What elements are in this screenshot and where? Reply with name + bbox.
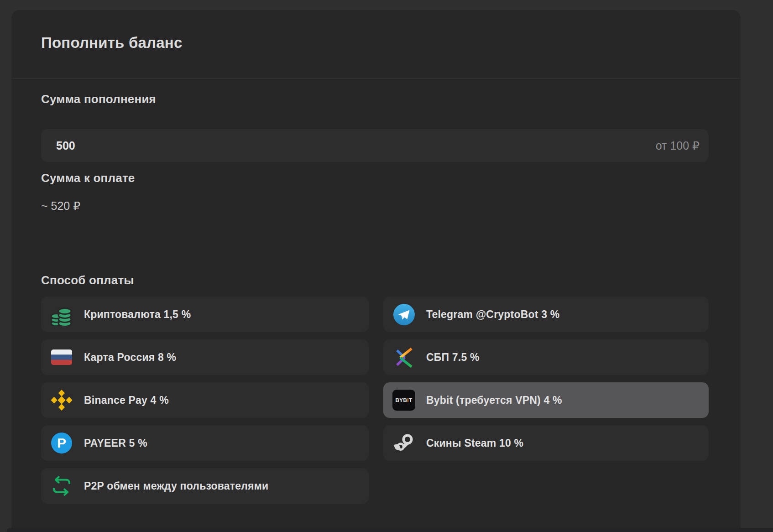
method-crypto[interactable]: Криптовалюта 1,5 % [41, 297, 369, 332]
method-p2p-exchange[interactable]: P2P обмен между пользователями [41, 468, 369, 504]
method-label: Карта Россия 8 % [84, 351, 176, 364]
methods-section-label: Способ оплаты [41, 273, 134, 287]
binance-icon [50, 387, 73, 413]
amount-section-label: Сумма пополнения [41, 92, 156, 106]
method-bybit[interactable]: BYBITBybit (требуется VPN) 4 % [383, 382, 709, 418]
topup-modal: Пополнить баланс Сумма пополнения от 100… [11, 10, 741, 528]
amount-input[interactable] [41, 129, 709, 162]
payable-amount: ~ 520 ₽ [41, 199, 80, 213]
payable-section-label: Сумма к оплате [41, 171, 135, 185]
methods-column-right: Telegram @CryptoBot 3 % СБП 7.5 %BYBITBy… [383, 297, 709, 504]
method-label: Bybit (требуется VPN) 4 % [426, 394, 562, 407]
coins-icon [50, 301, 73, 328]
amount-input-wrap: от 100 ₽ [41, 129, 709, 162]
page-title: Пополнить баланс [41, 34, 182, 52]
svg-text:P: P [57, 435, 66, 450]
russia-flag-icon [50, 344, 73, 370]
method-label: СБП 7.5 % [426, 351, 480, 364]
method-label: Binance Pay 4 % [84, 394, 169, 407]
method-card-russia[interactable]: Карта Россия 8 % [41, 339, 369, 375]
payeer-icon: P [50, 430, 73, 456]
method-payeer[interactable]: P PAYEER 5 % [41, 425, 369, 461]
method-steam-skins[interactable]: Скины Steam 10 % [383, 425, 709, 461]
sbp-icon [392, 344, 416, 370]
payment-methods-grid: Криптовалюта 1,5 % Карта Россия 8 % Bina… [41, 297, 709, 504]
bottom-section-edge [7, 528, 773, 532]
steam-icon [392, 430, 416, 456]
method-label: PAYEER 5 % [84, 437, 147, 449]
method-sbp[interactable]: СБП 7.5 % [383, 339, 709, 375]
method-binance-pay[interactable]: Binance Pay 4 % [41, 382, 369, 418]
bybit-logo: BYBIT [392, 390, 415, 411]
method-label: Криптовалюта 1,5 % [84, 308, 191, 321]
bybit-icon: BYBIT [392, 387, 416, 413]
methods-column-left: Криптовалюта 1,5 % Карта Россия 8 % Bina… [41, 297, 369, 504]
method-label: P2P обмен между пользователями [84, 480, 268, 492]
method-telegram-cryptobot[interactable]: Telegram @CryptoBot 3 % [383, 297, 709, 332]
swap-arrows-icon [50, 473, 73, 499]
method-label: Telegram @CryptoBot 3 % [426, 308, 559, 321]
telegram-icon [392, 301, 416, 328]
method-label: Скины Steam 10 % [426, 437, 523, 449]
modal-header: Пополнить баланс [11, 10, 741, 78]
